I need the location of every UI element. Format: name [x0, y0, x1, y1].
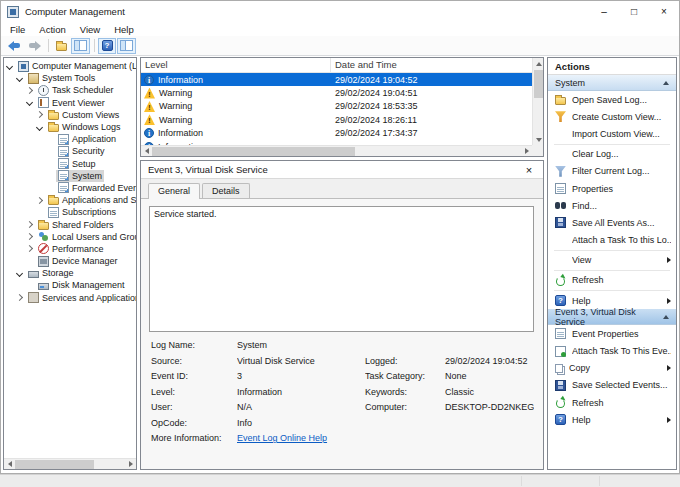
tree-item-subscriptions[interactable]: Subscriptions	[4, 206, 136, 218]
action-open-saved-log[interactable]: Open Saved Log...	[548, 91, 676, 108]
tree-item-local-users-and-groups[interactable]: Local Users and Groups	[4, 231, 136, 243]
list-vertical-scrollbar[interactable]	[532, 58, 543, 145]
action-attach-a-task-to-this-lo[interactable]: Attach a Task To this Lo...	[548, 232, 676, 249]
field-value: None	[445, 371, 534, 381]
action-pane-button[interactable]	[117, 38, 136, 54]
actions-section-header-event-3-virtual-disk-service[interactable]: Event 3, Virtual Disk Service	[548, 309, 676, 325]
menu-help[interactable]: Help	[107, 24, 141, 35]
tree-item-shared-folders[interactable]: Shared Folders	[4, 218, 136, 230]
scroll-up-icon[interactable]	[533, 58, 544, 69]
tree-horizontal-scrollbar[interactable]	[4, 458, 136, 469]
tree-item-disk-management[interactable]: Disk Management	[4, 279, 136, 291]
tree-item-services-and-applications[interactable]: Services and Applications	[4, 292, 136, 304]
chevron-right-icon[interactable]	[26, 221, 33, 228]
tree-item-windows-logs[interactable]: Windows Logs	[4, 121, 136, 133]
save-icon	[555, 217, 566, 228]
action-attach-task-to-this-eve[interactable]: Attach Task To This Eve...	[548, 342, 676, 359]
tree-item-setup[interactable]: Setup	[4, 158, 136, 170]
action-import-custom-view[interactable]: Import Custom View...	[548, 125, 676, 142]
action-help[interactable]: Help	[548, 411, 676, 428]
minimize-button[interactable]: –	[589, 1, 619, 22]
action-filter-current-log[interactable]: Filter Current Log...	[548, 163, 676, 180]
menu-bar: FileActionViewHelp	[1, 22, 679, 36]
tree-item-system[interactable]: System	[4, 170, 136, 182]
scrollbar-thumb[interactable]	[152, 147, 355, 156]
action-event-properties[interactable]: Event Properties	[548, 325, 676, 342]
event-row[interactable]: Information29/02/2024 17:34:37	[141, 127, 532, 140]
menu-view[interactable]: View	[73, 24, 107, 35]
tree-item-label: System Tools	[42, 73, 95, 83]
tree-item-forwarded-event[interactable]: Forwarded Event	[4, 182, 136, 194]
middle-pane: Level Date and Time Information29/02/202…	[140, 57, 544, 470]
level-label: Information	[158, 128, 203, 138]
maximize-button[interactable]: □	[619, 1, 649, 22]
action-refresh[interactable]: Refresh	[548, 394, 676, 411]
scrollbar-thumb[interactable]	[15, 460, 94, 469]
action-copy[interactable]: Copy	[548, 360, 676, 377]
action-refresh[interactable]: Refresh	[548, 272, 676, 289]
tree-item-security[interactable]: Security	[4, 145, 136, 157]
console-tree-button[interactable]	[71, 38, 90, 54]
collapse-icon[interactable]	[663, 81, 669, 85]
event-row[interactable]: Information29/02/2024 19:04:52	[141, 73, 532, 86]
tree-item-system-tools[interactable]: System Tools	[4, 72, 136, 84]
close-button[interactable]: ×	[649, 1, 679, 22]
chevron-down-icon[interactable]	[26, 99, 33, 106]
action-save-all-events-as[interactable]: Save All Events As...	[548, 214, 676, 231]
open-saved-log-button[interactable]	[52, 38, 70, 54]
scrollbar-thumb[interactable]	[534, 70, 543, 98]
scroll-down-icon[interactable]	[533, 134, 544, 145]
chevron-right-icon[interactable]	[26, 87, 33, 94]
event-row[interactable]: Warning29/02/2024 18:53:35	[141, 100, 532, 113]
tree-item-event-viewer[interactable]: Event Viewer	[4, 97, 136, 109]
column-header-date-time[interactable]: Date and Time	[331, 58, 532, 72]
chevron-right-icon[interactable]	[26, 245, 33, 252]
chevron-down-icon[interactable]	[16, 75, 23, 82]
scroll-left-icon[interactable]	[4, 459, 15, 470]
event-row[interactable]: Warning29/02/2024 18:26:11	[141, 113, 532, 126]
users-icon	[38, 231, 49, 242]
close-icon[interactable]: ×	[522, 162, 536, 178]
tree-item-applications-and-se[interactable]: Applications and Se	[4, 194, 136, 206]
tree-item-performance[interactable]: Performance	[4, 243, 136, 255]
scroll-right-icon[interactable]	[125, 459, 136, 470]
chevron-right-icon[interactable]	[26, 233, 33, 240]
scroll-left-icon[interactable]	[141, 146, 152, 157]
chevron-down-icon[interactable]	[16, 270, 23, 277]
back-button[interactable]	[5, 38, 24, 54]
action-find[interactable]: Find...	[548, 197, 676, 214]
chevron-right-icon[interactable]	[36, 111, 43, 118]
chevron-down-icon[interactable]	[6, 63, 13, 70]
event-log-online-help-link[interactable]: Event Log Online Help	[237, 433, 534, 443]
tree-item-device-manager[interactable]: Device Manager	[4, 255, 136, 267]
action-save-selected-events[interactable]: Save Selected Events...	[548, 377, 676, 394]
action-create-custom-view[interactable]: Create Custom View...	[548, 108, 676, 125]
tree-item-custom-views[interactable]: Custom Views	[4, 109, 136, 121]
scroll-right-icon[interactable]	[521, 146, 532, 157]
tree-item-computer-management-local[interactable]: Computer Management (Local	[4, 60, 136, 72]
chevron-down-icon[interactable]	[36, 123, 43, 130]
tree-item-content: Local Users and Groups	[36, 231, 137, 243]
list-horizontal-scrollbar[interactable]	[141, 145, 532, 156]
tree-item-application[interactable]: Application	[4, 133, 136, 145]
menu-action[interactable]: Action	[32, 24, 72, 35]
help-icon	[555, 295, 566, 306]
action-properties[interactable]: Properties	[548, 180, 676, 197]
column-header-level[interactable]: Level	[141, 58, 331, 72]
chevron-right-icon[interactable]	[36, 197, 43, 204]
forward-button[interactable]	[25, 38, 44, 54]
actions-section-header-system[interactable]: System	[548, 75, 676, 91]
action-label: Event Properties	[572, 329, 671, 339]
tree-item-task-scheduler[interactable]: Task Scheduler	[4, 84, 136, 96]
collapse-icon[interactable]	[663, 315, 669, 319]
help-button[interactable]	[98, 38, 116, 54]
chevron-right-icon[interactable]	[16, 294, 23, 301]
event-row[interactable]: Warning29/02/2024 19:04:51	[141, 86, 532, 99]
action-view[interactable]: View	[548, 252, 676, 269]
action-clear-log[interactable]: Clear Log...	[548, 146, 676, 163]
menu-file[interactable]: File	[3, 24, 32, 35]
action-label: Attach a Task To this Lo...	[572, 235, 671, 245]
tab-details[interactable]: Details	[202, 183, 250, 198]
tree-item-storage[interactable]: Storage	[4, 267, 136, 279]
tab-general[interactable]: General	[148, 183, 200, 199]
